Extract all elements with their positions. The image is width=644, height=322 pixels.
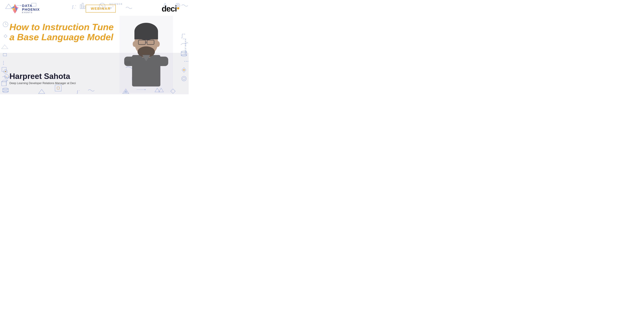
- speaker-info: Harpreet Sahota Deep Learning Developer …: [10, 72, 76, 85]
- title-line1: How to Instruction Tune: [10, 22, 114, 32]
- knowledge-label: KNOWLEDGE: [185, 40, 187, 55]
- page-wrapper: SCiENCE KNOWLEDGE ∫ x a a 2: [0, 0, 189, 94]
- speaker-photo: [116, 10, 176, 93]
- data-phoenix-logo-icon: [10, 3, 20, 14]
- logo-area: DATA PHOENIX EVENTS: [10, 3, 40, 14]
- logo-phoenix: PHOENIX: [22, 8, 40, 12]
- main-title: How to Instruction Tune a Base Language …: [10, 22, 114, 42]
- speaker-name: Harpreet Sahota: [10, 72, 76, 81]
- deci-text: deci: [162, 4, 177, 13]
- header: DATA PHOENIX EVENTS WEBINAR deci: [0, 3, 189, 14]
- logo-text: DATA PHOENIX EVENTS: [22, 4, 40, 13]
- logo-events: EVENTS: [22, 12, 40, 13]
- logo-data: DATA: [22, 4, 40, 8]
- speaker-illustration: [120, 16, 173, 93]
- deci-dot: [177, 7, 179, 10]
- speaker-title: Deep Learning Developer Relations Manage…: [10, 82, 76, 85]
- webinar-badge: WEBINAR: [86, 5, 116, 12]
- svg-rect-106: [120, 16, 173, 93]
- title-line2: a Base Language Model: [10, 32, 114, 42]
- deci-logo: deci: [162, 4, 179, 13]
